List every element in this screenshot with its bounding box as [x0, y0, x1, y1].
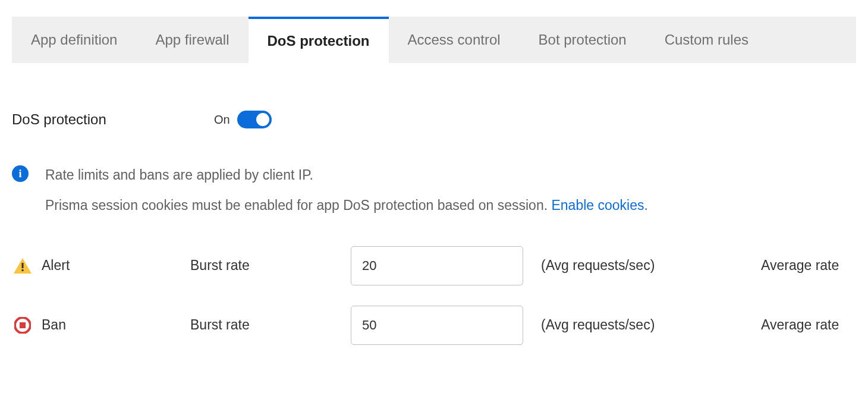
dos-protection-toggle[interactable]: [237, 111, 272, 128]
ban-stop-icon: [12, 316, 33, 335]
tab-custom-rules[interactable]: Custom rules: [646, 17, 768, 63]
tab-app-firewall[interactable]: App firewall: [136, 17, 248, 63]
alert-burst-label: Burst rate: [190, 257, 351, 274]
alert-burst-input[interactable]: [351, 246, 523, 285]
enable-cookies-link[interactable]: Enable cookies: [551, 197, 644, 213]
info-box: i Rate limits and bans are applied by cl…: [12, 164, 856, 216]
ban-unit: (Avg requests/sec): [541, 317, 761, 333]
toggle-label: On: [214, 113, 230, 127]
tab-app-definition[interactable]: App definition: [12, 17, 136, 63]
section-title: DoS protection: [12, 111, 214, 128]
tab-access-control[interactable]: Access control: [389, 17, 520, 63]
info-line2: Prisma session cookies must be enabled f…: [45, 194, 648, 216]
tabs: App definition App firewall DoS protecti…: [12, 17, 856, 63]
alert-label: Alert: [42, 257, 190, 274]
alert-average-label: Average rate: [761, 257, 839, 274]
svg-rect-2: [22, 269, 24, 271]
tab-dos-protection[interactable]: DoS protection: [249, 17, 389, 63]
alert-warning-icon: [12, 256, 33, 275]
tab-bot-protection[interactable]: Bot protection: [520, 17, 646, 63]
info-line2-text: Prisma session cookies must be enabled f…: [45, 197, 551, 213]
toggle-knob: [256, 113, 269, 126]
ban-burst-input[interactable]: [351, 306, 523, 345]
ban-label: Ban: [42, 317, 190, 333]
svg-rect-1: [22, 263, 24, 268]
info-line1: Rate limits and bans are applied by clie…: [45, 164, 648, 186]
ban-average-label: Average rate: [761, 317, 839, 333]
ban-burst-label: Burst rate: [190, 317, 351, 333]
alert-unit: (Avg requests/sec): [541, 257, 761, 274]
info-icon: i: [12, 165, 29, 182]
svg-rect-4: [20, 322, 26, 328]
info-line2-suffix: .: [644, 197, 647, 213]
